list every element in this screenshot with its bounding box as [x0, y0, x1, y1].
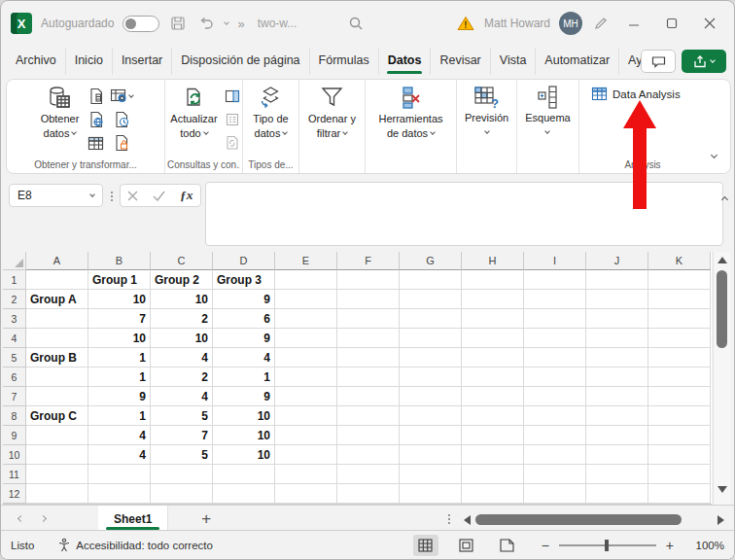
cell-G12[interactable] — [400, 484, 462, 504]
cell-F10[interactable] — [337, 445, 400, 465]
tab-automatizar[interactable]: Automatizar — [536, 48, 619, 75]
cell-I1[interactable] — [524, 270, 586, 290]
cell-J5[interactable] — [586, 348, 648, 368]
cell-C1[interactable]: Group 2 — [151, 270, 213, 290]
row-header-3[interactable]: 3 — [3, 309, 26, 329]
ready-status[interactable]: Listo — [11, 540, 34, 551]
document-title[interactable]: two-w... — [258, 17, 298, 30]
cell-D8[interactable]: 10 — [213, 406, 275, 426]
cell-D5[interactable]: 4 — [213, 348, 275, 368]
cell-F6[interactable] — [337, 368, 400, 387]
tab-archivo[interactable]: Archivo — [7, 48, 66, 75]
cell-E1[interactable] — [275, 270, 337, 290]
tab-insertar[interactable]: Insertar — [113, 48, 172, 75]
excel-logo-icon[interactable]: X — [11, 13, 32, 34]
cell-A1[interactable] — [26, 270, 88, 290]
cell-A10[interactable] — [26, 445, 88, 465]
cell-B12[interactable] — [88, 484, 151, 504]
normal-view-button[interactable] — [413, 535, 438, 556]
cell-C4[interactable]: 10 — [151, 329, 213, 348]
cell-K4[interactable] — [648, 329, 711, 348]
vertical-scrollbar-thumb[interactable] — [717, 270, 727, 348]
cell-C11[interactable] — [151, 465, 213, 484]
cell-G7[interactable] — [400, 387, 462, 406]
data-tools-button[interactable]: Herramientas de datos — [375, 85, 445, 173]
column-header-I[interactable]: I — [524, 252, 586, 270]
scroll-down-arrow-icon[interactable] — [718, 486, 727, 493]
cell-D4[interactable]: 9 — [213, 329, 275, 348]
cell-B7[interactable]: 9 — [88, 387, 151, 406]
column-header-H[interactable]: H — [462, 252, 524, 270]
cell-D7[interactable]: 9 — [213, 387, 275, 406]
cell-E11[interactable] — [275, 465, 337, 484]
minimize-button[interactable] — [619, 11, 648, 36]
cell-A3[interactable] — [26, 309, 88, 329]
autosave-toggle[interactable] — [122, 16, 159, 32]
tab-vista[interactable]: Vista — [491, 48, 537, 75]
cell-H6[interactable] — [462, 368, 524, 387]
cell-K9[interactable] — [648, 426, 711, 445]
cell-A8[interactable]: Group C — [26, 406, 88, 426]
scroll-left-arrow-icon[interactable] — [464, 515, 471, 525]
close-button[interactable] — [695, 11, 724, 36]
zoom-slider-handle[interactable] — [605, 540, 609, 551]
cell-D6[interactable]: 1 — [213, 368, 275, 387]
tab-disposición-de-página[interactable]: Disposición de página — [172, 48, 309, 75]
cell-D2[interactable]: 9 — [213, 290, 275, 309]
cell-E8[interactable] — [275, 406, 337, 426]
cell-J11[interactable] — [586, 465, 648, 484]
cell-G10[interactable] — [400, 445, 462, 465]
row-header-10[interactable]: 10 — [3, 445, 26, 465]
cell-D9[interactable]: 10 — [213, 426, 275, 445]
cell-J6[interactable] — [586, 368, 648, 387]
row-header-11[interactable]: 11 — [3, 465, 26, 484]
search-icon[interactable] — [346, 14, 366, 33]
column-header-B[interactable]: B — [88, 252, 151, 270]
cell-H4[interactable] — [462, 329, 524, 348]
cell-E4[interactable] — [275, 329, 337, 348]
more-commands-icon[interactable]: » — [237, 17, 244, 31]
cell-H3[interactable] — [462, 309, 524, 329]
formula-bar-expand-icon[interactable] — [722, 189, 727, 206]
cell-B3[interactable]: 7 — [88, 309, 151, 329]
cell-B5[interactable]: 1 — [88, 348, 151, 368]
row-header-1[interactable]: 1 — [3, 270, 26, 290]
data-analysis-button[interactable]: Data Analysis — [591, 87, 681, 101]
cell-I12[interactable] — [524, 484, 586, 504]
query-properties-icon[interactable] — [225, 87, 240, 106]
share-dropdown-icon[interactable] — [710, 57, 716, 63]
cell-I8[interactable] — [524, 406, 586, 426]
cell-I10[interactable] — [524, 445, 586, 465]
cell-I7[interactable] — [524, 387, 586, 406]
undo-dropdown-icon[interactable] — [225, 19, 230, 25]
cell-C10[interactable]: 5 — [151, 445, 213, 465]
cell-C12[interactable] — [151, 484, 213, 504]
cell-G5[interactable] — [400, 348, 462, 368]
horizontal-scrollbar-thumb[interactable] — [475, 514, 682, 525]
scroll-right-arrow-icon[interactable] — [718, 515, 724, 525]
tab-fórmulas[interactable]: Fórmulas — [310, 48, 379, 75]
cell-E6[interactable] — [275, 368, 337, 387]
tab-inicio[interactable]: Inicio — [66, 48, 113, 75]
warning-icon[interactable] — [456, 14, 475, 33]
row-header-7[interactable]: 7 — [3, 387, 26, 406]
from-table-range-icon[interactable] — [88, 133, 104, 153]
tab-datos[interactable]: Datos — [379, 48, 432, 75]
cell-J1[interactable] — [586, 270, 648, 290]
cell-H5[interactable] — [462, 348, 524, 368]
cell-J9[interactable] — [586, 426, 648, 445]
cell-J10[interactable] — [586, 445, 648, 465]
save-icon[interactable] — [168, 14, 188, 33]
cell-H8[interactable] — [462, 406, 524, 426]
cell-K5[interactable] — [648, 348, 711, 368]
cell-G1[interactable] — [400, 270, 462, 290]
cell-J12[interactable] — [586, 484, 648, 504]
name-box-dropdown-icon[interactable] — [89, 192, 95, 197]
row-header-8[interactable]: 8 — [3, 406, 26, 426]
cell-K11[interactable] — [648, 465, 711, 484]
cell-I11[interactable] — [524, 465, 586, 484]
add-sheet-button[interactable]: + — [201, 509, 211, 529]
cell-C7[interactable]: 4 — [151, 387, 213, 406]
row-header-4[interactable]: 4 — [3, 329, 26, 348]
collapse-ribbon-icon[interactable] — [712, 144, 717, 161]
